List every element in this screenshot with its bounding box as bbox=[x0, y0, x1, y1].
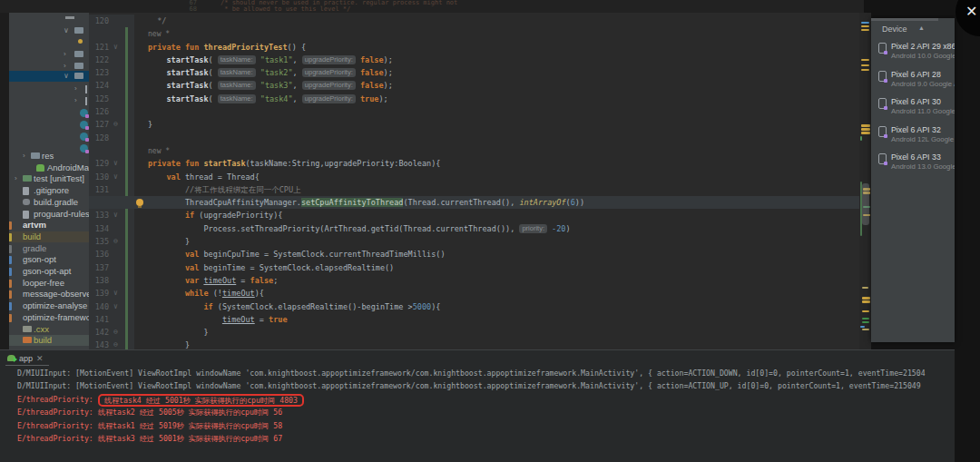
code-line[interactable]: Process.setThreadPriority(ArtThread.getT… bbox=[148, 222, 859, 235]
code-line[interactable]: if (upgradePriority){ bbox=[148, 209, 859, 221]
inlay-row[interactable]: new * bbox=[148, 144, 859, 157]
code-line[interactable] bbox=[148, 105, 859, 118]
code-line[interactable]: } bbox=[148, 339, 859, 349]
device-item-pixel-6-api-33[interactable]: Pixel 6 API 33Android 13.0 Google APIs bbox=[871, 152, 955, 178]
gutter-row: 123 bbox=[89, 66, 134, 79]
code-line[interactable]: } bbox=[148, 235, 859, 248]
tree-row[interactable] bbox=[9, 119, 89, 130]
fold-expanded-icon[interactable]: ∨ bbox=[113, 157, 118, 170]
fold-collapse-icon[interactable]: ⊖ bbox=[113, 235, 118, 248]
class-icon bbox=[80, 109, 88, 117]
chevron-right-icon[interactable]: › bbox=[64, 62, 66, 71]
code-line[interactable]: while (!timeOut){ bbox=[148, 287, 859, 300]
tree-row[interactable] bbox=[9, 131, 89, 142]
code-line[interactable]: startTask( taskName: "task1", upgradePri… bbox=[148, 54, 859, 66]
close-button[interactable]: ✕ bbox=[956, 0, 980, 36]
code-line[interactable]: //将工作线程绑定在同一个CPU上 bbox=[148, 183, 859, 196]
code-line[interactable]: } bbox=[148, 326, 859, 339]
device-column-header[interactable]: Device bbox=[882, 25, 907, 34]
fold-expanded-icon[interactable]: ∨ bbox=[113, 209, 118, 221]
tree-item--gitignore[interactable]: .gitignore bbox=[9, 185, 89, 196]
code-line[interactable]: val beginTime = SystemClock.elapsedRealt… bbox=[148, 261, 859, 274]
fold-collapse-icon[interactable]: ⊖ bbox=[113, 118, 118, 131]
code-line[interactable]: if (SystemClock.elapsedRealtime()-beginT… bbox=[148, 300, 859, 313]
chevron-right-icon[interactable]: › bbox=[23, 152, 25, 161]
tree-item-test-unittest-[interactable]: ›test [unitTest] bbox=[9, 173, 89, 184]
code-line[interactable]: } bbox=[148, 118, 859, 131]
line-number: 138 bbox=[89, 274, 109, 287]
virtual-device-icon bbox=[878, 98, 887, 109]
tree-row[interactable] bbox=[9, 15, 89, 25]
code-editor[interactable]: 120121∨122123124125126127⊖128129∨130∨131… bbox=[89, 13, 859, 349]
tree-item-build[interactable]: build bbox=[9, 231, 89, 242]
code-line[interactable]: timeOut = true bbox=[148, 313, 859, 326]
code-line[interactable]: ThreadCpuAffinityManager.setCpuAffinityT… bbox=[148, 196, 859, 209]
tree-row[interactable]: › bbox=[9, 95, 89, 106]
parameter-hint: upgradePriority: bbox=[302, 55, 356, 64]
tree-item-build[interactable]: build bbox=[9, 335, 89, 346]
tab-close-icon[interactable]: ✕ bbox=[36, 354, 44, 363]
vcs-change-bar bbox=[125, 171, 128, 183]
code-line[interactable]: private fun startTask(taskName:String,up… bbox=[148, 157, 859, 170]
fold-expanded-icon[interactable]: ∨ bbox=[113, 300, 118, 313]
tree-item-artvm[interactable]: artvm bbox=[9, 220, 89, 231]
stripe-mark bbox=[861, 132, 870, 134]
code-line[interactable]: val beginCpuTime = SystemClock.currentTh… bbox=[148, 248, 859, 260]
fold-expanded-icon[interactable]: ∨ bbox=[113, 171, 118, 183]
chevron-down-icon[interactable]: ∨ bbox=[64, 72, 69, 81]
chevron-right-icon[interactable]: › bbox=[64, 50, 66, 59]
tree-item-gson-opt[interactable]: gson-opt bbox=[9, 254, 89, 265]
tree-row[interactable]: › bbox=[9, 84, 89, 94]
code-line[interactable]: */ bbox=[148, 15, 859, 27]
tree-item-gson-opt-apt[interactable]: gson-opt-apt bbox=[9, 266, 89, 277]
device-name: Pixel 6 API 28 bbox=[891, 70, 941, 79]
code-line[interactable]: var timeOut = false; bbox=[148, 274, 859, 287]
device-item-pixel-6-api-28[interactable]: Pixel 6 API 28Android 9.0 Google APIs bbox=[871, 70, 955, 95]
code-line[interactable]: startTask( taskName: "task2", upgradePri… bbox=[148, 66, 859, 79]
tree-item-gradle[interactable]: gradle bbox=[9, 243, 89, 254]
chevron-right-icon[interactable]: › bbox=[74, 84, 77, 93]
code-line[interactable]: val thread = Thread{ bbox=[148, 171, 859, 183]
console-tab-app[interactable]: app ✕ bbox=[7, 352, 44, 364]
fold-expanded-icon[interactable]: ∨ bbox=[113, 41, 118, 54]
tree-row[interactable]: › bbox=[9, 49, 89, 60]
device-item-pixel-6-api-32[interactable]: Pixel 6 API 32Android 12L Google APIs bbox=[871, 125, 955, 151]
code-line[interactable]: startTask( taskName: "task3", upgradePri… bbox=[148, 79, 859, 92]
tree-item-message-observer[interactable]: message-observer bbox=[9, 289, 89, 300]
tree-item-build-gradle[interactable]: build.gradle bbox=[9, 197, 89, 208]
editor-code-area[interactable]: */new *private fun threadPriorityTest() … bbox=[134, 15, 859, 349]
tree-row[interactable]: ∨ bbox=[9, 25, 89, 36]
tree-item-proguard-rules-pro[interactable]: proguard-rules.pro bbox=[9, 209, 89, 220]
chevron-right-icon[interactable]: › bbox=[15, 174, 17, 183]
code-line[interactable]: private fun threadPriorityTest() { bbox=[148, 41, 859, 54]
fold-collapse-icon[interactable]: ⊖ bbox=[113, 326, 118, 339]
sort-ascending-icon[interactable]: ▲ bbox=[918, 25, 925, 31]
tree-row[interactable] bbox=[9, 107, 89, 118]
tree-row[interactable]: ∨ bbox=[9, 71, 89, 82]
log-line: E/threadPriority: 线程task1 经过 5019秒 实际获得执… bbox=[17, 419, 955, 432]
code-line[interactable]: startTask( taskName: "task4", upgradePri… bbox=[148, 93, 859, 105]
bar-icon bbox=[85, 97, 87, 105]
error-stripe-scrollbar[interactable] bbox=[859, 13, 871, 349]
scrollbar-thumb[interactable] bbox=[862, 183, 869, 225]
tree-row[interactable] bbox=[9, 37, 89, 48]
tree-item-androidmanifest-xml[interactable]: AndroidManifest.xml bbox=[9, 162, 89, 173]
fold-expanded-icon[interactable]: ∨ bbox=[113, 287, 118, 300]
stripe-mark bbox=[861, 59, 869, 61]
code-token: = bbox=[255, 315, 269, 324]
device-item-pixel-2-api-29-x86-64[interactable]: Pixel 2 API 29 x86_64Android 10.0 Google… bbox=[871, 42, 955, 67]
tree-item-res[interactable]: ›res bbox=[9, 151, 89, 162]
line-number: 120 bbox=[89, 15, 109, 27]
code-line[interactable] bbox=[148, 132, 859, 144]
console-tab-label: app bbox=[19, 354, 33, 363]
tree-item-optimize-framework[interactable]: optimize-framework bbox=[9, 312, 89, 323]
fold-collapse-icon[interactable]: ⊖ bbox=[113, 339, 118, 349]
tree-item-optimize-analyse[interactable]: optimize-analyse bbox=[9, 300, 89, 311]
folder-icon bbox=[31, 152, 40, 159]
tree-item--cxx[interactable]: .cxx bbox=[9, 324, 89, 335]
chevron-down-icon[interactable]: ∨ bbox=[64, 26, 69, 35]
device-item-pixel-6-api-30[interactable]: Pixel 6 API 30Android 11.0 Google APIs bbox=[871, 97, 955, 123]
inlay-row[interactable]: new * bbox=[148, 27, 859, 40]
tree-item-looper-free[interactable]: looper-free bbox=[9, 278, 89, 289]
chevron-right-icon[interactable]: › bbox=[74, 96, 77, 105]
